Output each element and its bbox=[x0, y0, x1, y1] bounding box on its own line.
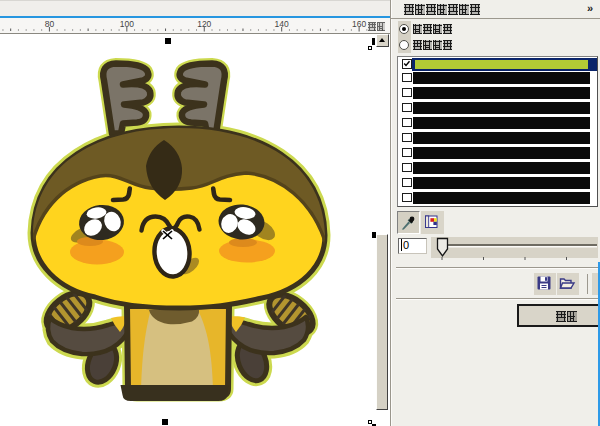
svg-text:80: 80 bbox=[45, 19, 55, 29]
svg-text:140: 140 bbox=[275, 19, 289, 29]
svg-text:120: 120 bbox=[197, 19, 211, 29]
svg-text:100: 100 bbox=[120, 19, 134, 29]
svg-text:160: 160 bbox=[352, 19, 366, 29]
